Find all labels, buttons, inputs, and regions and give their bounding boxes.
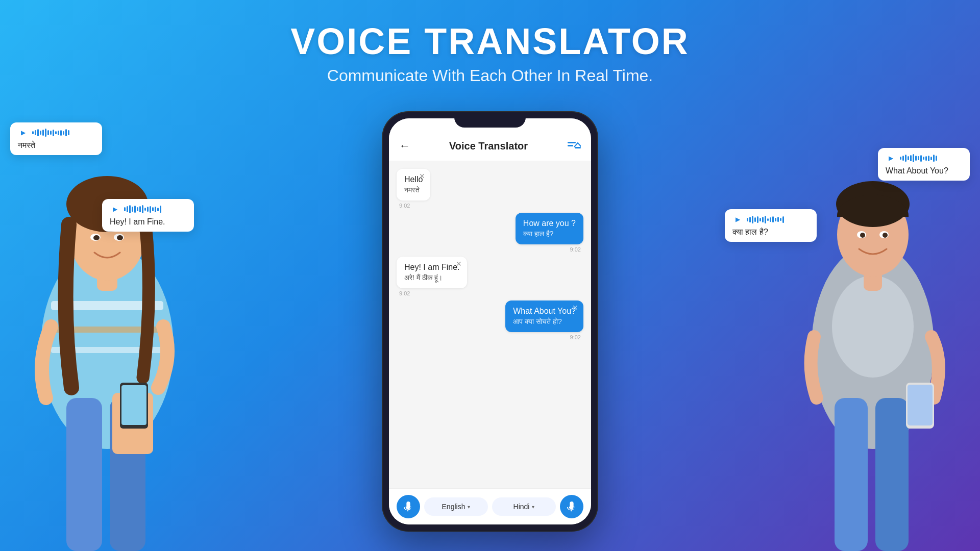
phone-screen: ← Voice Translator ✕ Hello नम xyxy=(389,118,591,524)
message-how-primary: How are you ? xyxy=(523,219,576,228)
lang-english-label: English xyxy=(442,503,465,511)
bubble-text-fine: Hey! I am Fine. xyxy=(110,217,186,227)
message-how-secondary: क्या हाल है? xyxy=(523,230,576,238)
message-what-about: ✕ What About You? आप क्या सोचते हो? xyxy=(505,300,583,332)
timestamp-hello: 9:02 xyxy=(399,203,410,209)
message-fine-secondary: अरे! मैं ठीक हूं। xyxy=(404,273,459,282)
page-subtitle: Communicate With Each Other In Real Time… xyxy=(0,66,980,85)
float-bubble-namaste: नमस्ते xyxy=(10,122,102,155)
message-hello-secondary: नमस्ते xyxy=(404,186,423,194)
bubble-text-kaisa: क्या हाल है? xyxy=(732,228,809,237)
svg-rect-28 xyxy=(908,385,933,425)
float-bubble-what: What About You? xyxy=(878,148,970,181)
chat-area: ✕ Hello नमस्ते 9:02 How are you ? क्या ह… xyxy=(389,161,591,488)
play-row-fine xyxy=(110,204,186,214)
language-selector-hindi[interactable]: Hindi ▾ xyxy=(492,497,556,516)
float-bubble-fine: Hey! I am Fine. xyxy=(102,199,194,232)
timestamp-fine: 9:02 xyxy=(399,290,410,296)
play-icon-what[interactable] xyxy=(886,153,896,163)
chevron-down-icon-english: ▾ xyxy=(468,504,470,510)
svg-rect-18 xyxy=(835,398,868,551)
close-button-what[interactable]: ✕ xyxy=(572,304,578,312)
timestamp-what: 9:02 xyxy=(570,334,581,340)
message-what-secondary: आप क्या सोचते हो? xyxy=(513,317,576,326)
svg-point-25 xyxy=(860,233,865,238)
svg-point-12 xyxy=(117,235,123,240)
phone-notch xyxy=(454,112,526,128)
svg-point-11 xyxy=(93,235,100,240)
float-bubble-kaisa: क्या हाल है? xyxy=(725,209,817,242)
message-what-primary: What About You? xyxy=(513,307,576,316)
language-selector-english[interactable]: English ▾ xyxy=(424,497,488,516)
message-fine: ✕ Hey! I am Fine. अरे! मैं ठीक हूं। xyxy=(397,257,467,288)
play-icon-fine[interactable] xyxy=(110,204,120,214)
play-row xyxy=(18,128,94,138)
waveform-kaisa xyxy=(747,215,784,223)
waveform-fine xyxy=(124,205,161,213)
timestamp-how: 9:02 xyxy=(570,246,581,253)
mic-button-left[interactable] xyxy=(397,495,420,518)
svg-rect-19 xyxy=(875,398,909,551)
person-right xyxy=(761,122,980,551)
translate-icon[interactable] xyxy=(567,139,581,153)
back-button[interactable]: ← xyxy=(399,139,410,153)
play-row-kaisa xyxy=(732,214,809,224)
close-button-fine[interactable]: ✕ xyxy=(456,260,462,268)
close-button-hello[interactable]: ✕ xyxy=(419,172,425,180)
chevron-down-icon-hindi: ▾ xyxy=(532,504,534,510)
message-fine-primary: Hey! I am Fine. xyxy=(404,263,459,272)
svg-rect-31 xyxy=(575,147,581,148)
phone: ← Voice Translator ✕ Hello नम xyxy=(383,112,597,531)
svg-rect-29 xyxy=(568,142,576,143)
message-hello: ✕ Hello नमस्ते xyxy=(397,169,430,201)
app-title: Voice Translator xyxy=(449,140,528,152)
play-row-what xyxy=(886,153,962,163)
phone-wrapper: ← Voice Translator ✕ Hello नम xyxy=(383,112,597,541)
svg-point-26 xyxy=(883,233,888,238)
page-header: VOICE TRANSLATOR Communicate With Each O… xyxy=(0,0,980,85)
bottom-bar: English ▾ Hindi ▾ xyxy=(389,488,591,524)
bubble-text-what: What About You? xyxy=(886,166,962,176)
svg-rect-4 xyxy=(66,398,102,551)
waveform xyxy=(32,129,69,137)
waveform-what xyxy=(900,154,937,162)
play-icon[interactable] xyxy=(18,128,28,138)
message-how-are-you: How are you ? क्या हाल है? xyxy=(516,213,583,244)
play-icon-kaisa[interactable] xyxy=(732,214,743,224)
bubble-text-namaste: नमस्ते xyxy=(18,141,94,150)
page-title: VOICE TRANSLATOR xyxy=(0,20,980,62)
lang-hindi-label: Hindi xyxy=(513,503,530,511)
person-left xyxy=(0,122,219,551)
mic-button-right[interactable] xyxy=(560,495,583,518)
svg-rect-30 xyxy=(568,145,573,146)
svg-rect-15 xyxy=(121,385,146,425)
